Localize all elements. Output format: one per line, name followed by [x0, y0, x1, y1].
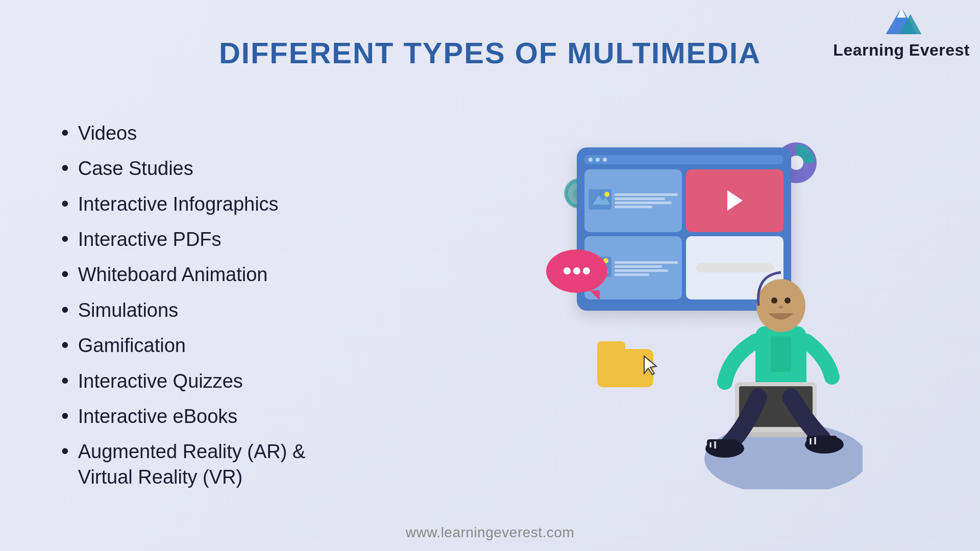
chat-dot	[573, 267, 580, 274]
list-item: Simulations	[61, 298, 419, 323]
page-container: Learning Everest DIFFERENT TYPES OF MULT…	[0, 0, 980, 551]
list-item: Whiteboard Animation	[61, 262, 419, 287]
page-title: DIFFERENT TYPES OF MULTIMEDIA	[219, 36, 761, 70]
list-item-label: Case Studies	[78, 156, 193, 181]
svg-marker-2	[897, 7, 906, 17]
multimedia-list: Videos Case Studies Interactive Infograp…	[61, 121, 419, 500]
cursor-icon	[643, 355, 659, 380]
list-item: Interactive eBooks	[61, 404, 419, 429]
chat-bubble	[546, 249, 607, 293]
monitor-top-bar	[584, 155, 783, 164]
footer-url: www.learningeverest.com	[406, 524, 575, 540]
monitor-dot	[589, 158, 593, 162]
svg-rect-26	[707, 439, 738, 449]
illustration-section	[439, 90, 929, 531]
footer: www.learningeverest.com	[0, 524, 980, 541]
list-item-label: Augmented Reality (AR) &Virtual Reality …	[78, 439, 306, 490]
card-video	[686, 169, 783, 233]
list-item: Interactive Quizzes	[61, 369, 419, 394]
monitor-dot	[603, 158, 607, 162]
card-text-lines	[615, 193, 678, 208]
chat-dot	[564, 267, 571, 274]
list-item: Case Studies	[61, 156, 419, 181]
list-item: Interactive PDFs	[61, 227, 419, 252]
list-item: Augmented Reality (AR) &Virtual Reality …	[61, 439, 419, 490]
svg-point-19	[771, 297, 777, 304]
illustration-wrapper	[536, 132, 832, 489]
content-area: Videos Case Studies Interactive Infograp…	[0, 70, 980, 551]
chat-dot	[583, 267, 590, 274]
list-item-label: Interactive eBooks	[78, 404, 238, 429]
list-item-label: Gamification	[78, 333, 186, 358]
list-item-label: Interactive Quizzes	[78, 369, 243, 394]
list-item-label: Videos	[78, 121, 137, 146]
monitor-dot	[596, 158, 600, 162]
svg-marker-15	[644, 356, 656, 374]
list-item-label: Interactive PDFs	[78, 227, 222, 252]
card-image-1	[584, 169, 682, 233]
logo-icon	[878, 5, 924, 41]
svg-point-21	[778, 306, 783, 309]
svg-rect-33	[771, 336, 791, 372]
list-item-label: Simulations	[78, 298, 178, 323]
logo-container: Learning Everest	[833, 5, 970, 60]
list-item: Interactive Infographics	[61, 192, 419, 217]
list-item-label: Interactive Infographics	[78, 192, 279, 217]
list-item-label: Whiteboard Animation	[78, 262, 268, 287]
list-item: Videos	[61, 121, 419, 146]
person-illustration	[669, 224, 863, 489]
logo-text: Learning Everest	[833, 41, 970, 60]
play-button-icon	[727, 190, 743, 211]
svg-point-6	[789, 156, 803, 170]
list-item: Gamification	[61, 333, 419, 358]
list-section: Videos Case Studies Interactive Infograp…	[61, 90, 419, 531]
svg-point-20	[785, 297, 791, 304]
svg-point-11	[604, 192, 609, 197]
